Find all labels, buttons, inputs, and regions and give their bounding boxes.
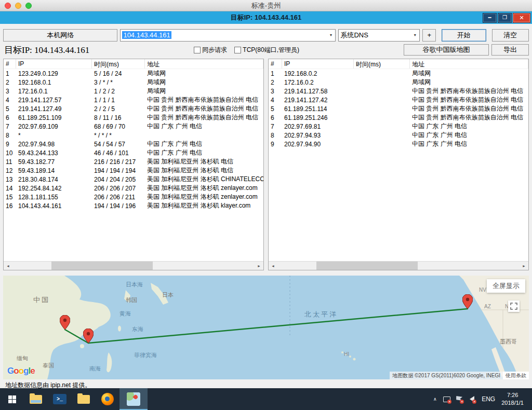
google-china-map-button[interactable]: 谷歌中国版地图 xyxy=(404,44,489,56)
table-row[interactable]: 16 104.143.44.161 194 / 194 / 196 美国 加利福… xyxy=(4,201,263,210)
clear-button[interactable]: 清空 xyxy=(492,29,529,42)
table-row[interactable]: 5 219.141.127.49 2 / 2 / 5 中国 贵州 黔西南布依族苗… xyxy=(4,104,263,113)
scrollbar-track[interactable] xyxy=(12,262,255,270)
fullscreen-toggle-icon[interactable] xyxy=(508,300,520,312)
taskbar-besttrace-active[interactable] xyxy=(119,388,148,410)
tray-display-icon[interactable]: ✕ xyxy=(441,388,453,410)
fullscreen-button[interactable]: 全屏显示 xyxy=(487,279,525,293)
hop-cell: 3 xyxy=(4,88,16,95)
map-canvas xyxy=(3,276,529,379)
google-logo[interactable]: Google xyxy=(7,366,35,376)
ip-cell: 202.97.69.81 xyxy=(282,123,354,130)
time-cell: 1 / 1 / 1 xyxy=(92,97,145,104)
tcp-checkbox[interactable] xyxy=(234,47,241,53)
mac-window-title: 标准-贵州 xyxy=(0,1,532,10)
route-map[interactable]: 中国缅甸泰国韩国日本日本海黄海东海菲律宾海南海北太平洋HINVAZNM墨西哥 xyxy=(3,276,529,379)
taskbar-firefox[interactable] xyxy=(96,388,119,410)
language-indicator[interactable]: ENG xyxy=(478,395,498,403)
local-network-button[interactable]: 本机网络 xyxy=(3,29,117,42)
taskbar-file-explorer[interactable] xyxy=(24,388,48,410)
hop-cell: 2 xyxy=(4,79,16,86)
tcp-option[interactable]: TCP(80端口,管理员) xyxy=(234,46,299,54)
scroll-right-icon[interactable]: ► xyxy=(255,262,263,270)
tray-expand-icon[interactable]: ∧ xyxy=(430,397,440,402)
table-row[interactable]: 8 * * / * / * xyxy=(4,131,263,140)
table-row[interactable]: 9 202.97.94.90 中国 广东 广州 电信 xyxy=(269,140,528,148)
table-row[interactable]: 7 202.97.69.109 68 / 69 / 70 中国 广东 广州 电信 xyxy=(4,122,263,131)
minimize-button[interactable]: ━ xyxy=(483,13,497,23)
col-ip[interactable]: IP xyxy=(282,59,354,69)
hop-cell: 13 xyxy=(4,176,16,183)
dns-select[interactable]: 系统DNS ▾ xyxy=(338,29,420,42)
taskbar-folder[interactable] xyxy=(72,388,96,410)
table-row[interactable]: 4 219.141.127.57 1 / 1 / 1 中国 贵州 黔西南布依族苗… xyxy=(4,95,263,104)
taskbar-powershell[interactable]: >_ xyxy=(48,388,72,410)
table-row[interactable]: 11 59.43.182.77 216 / 216 / 217 美国 加利福尼亚… xyxy=(4,157,263,166)
sync-request-checkbox[interactable] xyxy=(194,47,201,53)
table-row[interactable]: 10 59.43.244.133 46 / 46 / 101 中国 广东 广州 … xyxy=(4,148,263,157)
table-row[interactable]: 7 202.97.69.81 中国 广东 广州 电信 xyxy=(269,122,528,131)
col-time[interactable]: 时间(ms) xyxy=(92,59,145,69)
map-pin-icon[interactable] xyxy=(462,294,473,309)
scroll-right-icon[interactable]: ► xyxy=(520,262,528,270)
table-row[interactable]: 6 61.189.251.246 中国 贵州 黔西南布依族苗族自治州 电信 xyxy=(269,113,528,122)
table-header: # IP 时间(ms) 地址 xyxy=(269,59,528,69)
start-button-windows[interactable] xyxy=(0,388,24,410)
terms-link[interactable]: 使用条款 xyxy=(503,372,529,379)
scroll-left-icon[interactable]: ◄ xyxy=(4,262,12,270)
chevron-down-icon[interactable]: ▾ xyxy=(326,30,335,41)
table-row[interactable]: 3 219.141.127.58 中国 贵州 黔西南布依族苗族自治州 电信 xyxy=(269,87,528,95)
ip-cell: 104.143.44.161 xyxy=(16,202,92,210)
taskbar-clock[interactable]: 7:26 2018/1/1 xyxy=(499,391,529,407)
target-ip-combobox[interactable]: 104.143.44.161 ▾ xyxy=(120,29,336,42)
addr-cell: 中国 贵州 黔西南布依族苗族自治州 电信 xyxy=(410,113,528,122)
horizontal-scrollbar[interactable]: ◄ ► xyxy=(269,261,528,270)
table-row[interactable]: 4 219.141.127.42 中国 贵州 黔西南布依族苗族自治州 电信 xyxy=(269,95,528,104)
sync-request-option[interactable]: 同步请求 xyxy=(194,46,227,54)
status-text: 地址数据信息由 ipip.net 提供。 xyxy=(5,381,91,389)
table-row[interactable]: 13 218.30.48.174 204 / 204 / 205 美国 加利福尼… xyxy=(4,175,263,184)
table-row[interactable]: 1 123.249.0.129 5 / 16 / 24 局域网 xyxy=(4,69,263,78)
table-row[interactable]: 6 61.189.251.109 8 / 11 / 16 中国 贵州 黔西南布依… xyxy=(4,113,263,122)
table-row[interactable]: 9 202.97.94.98 54 / 54 / 57 中国 广东 广州 电信 xyxy=(4,140,263,148)
powershell-icon: >_ xyxy=(53,394,66,404)
col-time[interactable]: 时间(ms) xyxy=(354,59,410,69)
google-logo-letter: g xyxy=(23,366,28,376)
col-addr[interactable]: 地址 xyxy=(410,59,528,69)
start-button[interactable]: 开始 xyxy=(442,29,486,42)
table-row[interactable]: 8 202.97.94.93 中国 广东 广州 电信 xyxy=(269,131,528,140)
col-ip[interactable]: IP xyxy=(16,59,92,69)
tray-volume-icon[interactable]: ✕ xyxy=(466,388,477,410)
chevron-down-icon[interactable]: ▾ xyxy=(410,30,419,41)
table-row[interactable]: 2 172.16.0.2 局域网 xyxy=(269,78,528,87)
hop-cell: 4 xyxy=(4,97,16,104)
tray-network-icon[interactable]: ✕ xyxy=(454,388,465,410)
table-row[interactable]: 12 59.43.189.14 194 / 194 / 194 美国 加利福尼亚… xyxy=(4,166,263,175)
hop-cell: 5 xyxy=(4,105,16,113)
table-row[interactable]: 15 128.1.181.155 206 / 206 / 211 美国 加利福尼… xyxy=(4,193,263,201)
file-explorer-icon xyxy=(30,395,42,404)
map-pin-icon[interactable] xyxy=(83,329,94,343)
scroll-left-icon[interactable]: ◄ xyxy=(269,262,277,270)
hop-cell: 15 xyxy=(4,194,16,201)
addr-cell: 中国 贵州 黔西南布依族苗族自治州 电信 xyxy=(145,104,263,113)
export-button[interactable]: 导出 xyxy=(491,44,529,56)
close-button[interactable]: ✕ xyxy=(513,13,530,23)
ip-cell: 202.97.69.109 xyxy=(16,123,92,130)
table-row[interactable]: 5 61.189.251.114 中国 贵州 黔西南布依族苗族自治州 电信 xyxy=(269,104,528,113)
add-button[interactable]: + xyxy=(422,29,436,42)
maximize-button[interactable]: ❐ xyxy=(498,13,512,23)
horizontal-scrollbar[interactable]: ◄ ► xyxy=(4,261,263,270)
table-row[interactable]: 2 192.168.0.1 3 / * / * 局域网 xyxy=(4,78,263,87)
table-row[interactable]: 3 172.16.0.1 1 / 2 / 2 局域网 xyxy=(4,87,263,95)
ip-cell: 59.43.182.77 xyxy=(16,158,92,166)
scrollbar-thumb[interactable] xyxy=(316,262,418,270)
scrollbar-track[interactable] xyxy=(277,262,520,270)
table-row[interactable]: 1 192.168.0.2 局域网 xyxy=(269,69,528,78)
col-hop[interactable]: # xyxy=(269,59,282,69)
col-addr[interactable]: 地址 xyxy=(145,59,263,69)
table-row[interactable]: 14 192.254.84.142 206 / 206 / 207 美国 加利福… xyxy=(4,184,263,193)
scrollbar-thumb[interactable] xyxy=(51,262,153,270)
map-pin-icon[interactable] xyxy=(60,315,70,330)
col-hop[interactable]: # xyxy=(4,59,16,69)
